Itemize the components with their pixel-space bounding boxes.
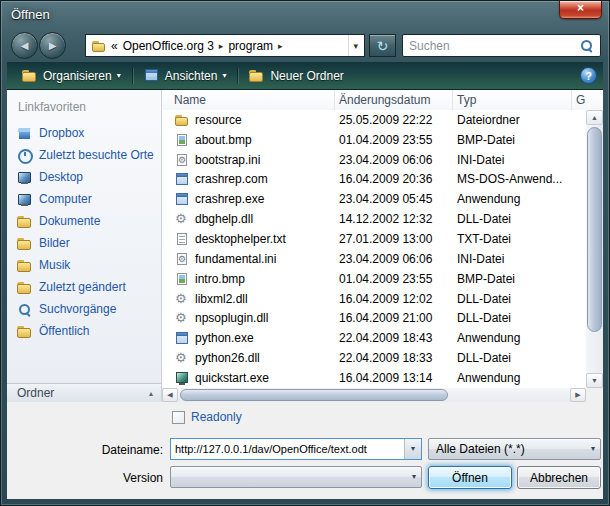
public-icon	[17, 324, 32, 339]
file-date: 25.05.2009 22:22	[335, 113, 453, 127]
sidebar-item-suchvorgänge[interactable]: Suchvorgänge	[7, 298, 161, 320]
search-input[interactable]: Suchen	[402, 34, 601, 57]
file-type: Anwendung	[453, 371, 572, 385]
app-file-icon	[175, 172, 189, 186]
file-date: 23.04.2009 06:06	[335, 252, 453, 266]
file-type: BMP-Datei	[453, 272, 572, 286]
file-name: about.bmp	[195, 133, 252, 147]
close-button[interactable]: ×	[559, 1, 602, 19]
file-row[interactable]: fundamental.ini23.04.2009 06:06INI-Datei	[162, 249, 586, 269]
file-name-cell: bootstrap.ini	[162, 153, 335, 167]
breadcrumb-overflow-icon[interactable]: «	[111, 39, 118, 53]
sidebar-item-zuletzt-besuchte-orte[interactable]: Zuletzt besuchte Orte	[7, 144, 161, 166]
column-header-size[interactable]: G	[572, 90, 603, 110]
scroll-right-icon[interactable]: ▶	[570, 388, 586, 402]
folders-band[interactable]: Ordner ▴	[7, 383, 161, 402]
filename-dropdown-button[interactable]: ▾	[404, 439, 421, 459]
version-combobox[interactable]: ▾	[170, 466, 422, 488]
open-dialog-window: Öffnen × ◀ ▶ « OpenOffice.org 3 ▸ progra…	[0, 0, 610, 506]
file-name-cell: crashrep.com	[162, 172, 335, 186]
command-bar: Organisieren ▾ Ansichten ▾ Neuer Ordner …	[7, 62, 603, 90]
search-icon[interactable]	[580, 39, 594, 53]
vertical-scroll-thumb[interactable]	[587, 127, 602, 332]
scroll-up-icon[interactable]: ▲	[586, 110, 603, 125]
file-name-cell: python.exe	[162, 331, 335, 345]
cancel-button[interactable]: Abbrechen	[517, 466, 601, 489]
sidebar-item-bilder[interactable]: Bilder	[7, 232, 161, 254]
readonly-label[interactable]: Readonly	[191, 410, 242, 424]
recent-places-icon	[17, 148, 32, 163]
refresh-button[interactable]: ↻	[369, 34, 396, 57]
file-row[interactable]: desktophelper.txt27.01.2009 13:00TXT-Dat…	[162, 229, 586, 249]
breadcrumb-item-openoffice[interactable]: OpenOffice.org 3	[123, 39, 214, 53]
documents-icon	[17, 214, 32, 229]
file-row[interactable]: bootstrap.ini23.04.2009 06:06INI-Datei	[162, 150, 586, 170]
new-folder-button[interactable]: Neuer Ordner	[240, 64, 352, 88]
file-name: libxml2.dll	[195, 292, 248, 306]
file-row[interactable]: dbghelp.dll14.12.2002 12:32DLL-Datei	[162, 209, 586, 229]
horizontal-scroll-thumb[interactable]	[180, 389, 448, 401]
file-date: 16.04.2009 13:14	[335, 371, 453, 385]
views-label: Ansichten	[165, 69, 218, 83]
file-row[interactable]: python.exe22.04.2009 18:43Anwendung	[162, 328, 586, 348]
sidebar-item-desktop[interactable]: Desktop	[7, 166, 161, 188]
file-type: DLL-Datei	[453, 351, 572, 365]
file-name-cell: python26.dll	[162, 351, 335, 365]
breadcrumb[interactable]: « OpenOffice.org 3 ▸ program ▸ ▾	[85, 34, 365, 57]
breadcrumb-item-program[interactable]: program	[228, 39, 273, 53]
scrollbar-corner	[586, 388, 603, 402]
back-button[interactable]: ◀	[11, 32, 38, 59]
sidebar-item-öffentlich[interactable]: Öffentlich	[7, 320, 161, 342]
file-row[interactable]: crashrep.com16.04.2009 20:36MS-DOS-Anwen…	[162, 170, 586, 190]
sidebar-item-dokumente[interactable]: Dokumente	[7, 210, 161, 232]
file-type: Anwendung	[453, 192, 572, 206]
help-button[interactable]: ?	[580, 67, 597, 84]
file-row[interactable]: libxml2.dll16.04.2009 12:02DLL-Datei	[162, 289, 586, 309]
dll-file-icon	[175, 351, 189, 365]
scroll-left-icon[interactable]: ◀	[162, 388, 178, 402]
file-row[interactable]: about.bmp01.04.2009 23:55BMP-Datei	[162, 130, 586, 150]
file-row[interactable]: python26.dll22.04.2009 18:33DLL-Datei	[162, 348, 586, 368]
sidebar: Linkfavoriten DropboxZuletzt besuchte Or…	[7, 90, 162, 402]
file-type: BMP-Datei	[453, 133, 572, 147]
file-type: DLL-Datei	[453, 212, 572, 226]
folder-file-icon	[175, 113, 189, 127]
sidebar-item-musik[interactable]: Musik	[7, 254, 161, 276]
breadcrumb-dropdown-icon[interactable]: ▾	[348, 35, 362, 56]
horizontal-scrollbar[interactable]: ◀ ▶	[162, 388, 586, 402]
file-row[interactable]: npsoplugin.dll16.04.2009 21:00DLL-Datei	[162, 308, 586, 328]
vertical-scrollbar[interactable]: ▲ ▼	[586, 110, 603, 388]
file-row[interactable]: resource25.05.2009 22:22Dateiordner	[162, 110, 586, 130]
version-label: Version	[43, 471, 163, 485]
column-header-type[interactable]: Typ	[453, 90, 572, 110]
file-row[interactable]: crashrep.exe23.04.2009 05:45Anwendung	[162, 189, 586, 209]
file-name-cell: npsoplugin.dll	[162, 311, 335, 325]
views-button[interactable]: Ansichten ▾	[135, 64, 236, 88]
sidebar-item-dropbox[interactable]: Dropbox	[7, 122, 161, 144]
filename-combobox[interactable]: http://127.0.0.1/dav/OpenOffice/text.odt…	[170, 438, 422, 460]
column-header-name[interactable]: Name	[162, 90, 335, 110]
filetype-combobox[interactable]: Alle Dateien (*.*) ▾	[428, 438, 601, 460]
sidebar-item-zuletzt-geändert[interactable]: Zuletzt geändert	[7, 276, 161, 298]
file-name-cell: about.bmp	[162, 133, 335, 147]
breadcrumb-separator-icon[interactable]: ▸	[219, 41, 224, 51]
file-row[interactable]: quickstart.exe16.04.2009 13:14Anwendung	[162, 368, 586, 388]
file-date: 01.04.2009 23:55	[335, 133, 453, 147]
file-type: Anwendung	[453, 331, 572, 345]
column-header-date[interactable]: Änderungsdatum	[335, 90, 453, 110]
filename-value[interactable]: http://127.0.0.1/dav/OpenOffice/text.odt	[171, 439, 404, 459]
open-button[interactable]: Öffnen	[428, 466, 512, 489]
file-row[interactable]: intro.bmp01.04.2009 23:55BMP-Datei	[162, 269, 586, 289]
readonly-checkbox[interactable]	[172, 411, 185, 424]
filetype-value: Alle Dateien (*.*)	[429, 442, 586, 456]
file-name: resource	[195, 113, 242, 127]
organize-button[interactable]: Organisieren ▾	[13, 64, 130, 88]
back-arrow-icon: ◀	[21, 40, 29, 51]
scroll-down-icon[interactable]: ▼	[586, 373, 603, 388]
file-name: crashrep.exe	[195, 192, 264, 206]
breadcrumb-separator-icon[interactable]: ▸	[278, 41, 283, 51]
sidebar-list: DropboxZuletzt besuchte OrteDesktopCompu…	[7, 122, 161, 342]
file-name-cell: libxml2.dll	[162, 292, 335, 306]
sidebar-item-computer[interactable]: Computer	[7, 188, 161, 210]
forward-button[interactable]: ▶	[39, 32, 66, 59]
